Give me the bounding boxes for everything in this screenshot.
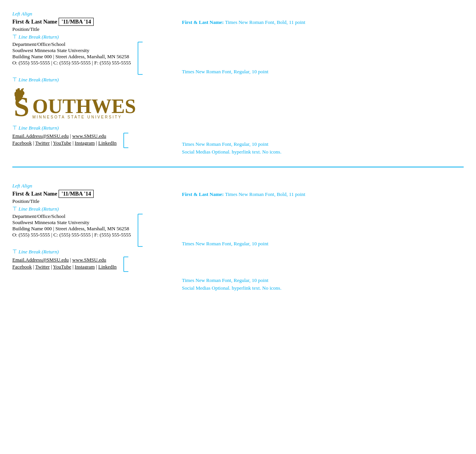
linkedin-link-1[interactable]: LinkedIn <box>98 140 117 146</box>
youtube-link-2[interactable]: YouTube <box>53 264 71 270</box>
facebook-link-2[interactable]: Facebook <box>12 264 32 270</box>
address-lines-1: Department/Office/School Southwest Minne… <box>12 41 131 75</box>
address-lines-2: Department/Office/School Southwest Minne… <box>12 213 131 247</box>
annotation-name-detail-1: Times New Roman Font, Bold, 11 point <box>225 19 306 25</box>
address-line-2-2: Southwest Minnesota State University <box>12 219 131 226</box>
links-bracket-svg-2 <box>123 256 130 272</box>
line-break-3: ⊤ Line Break (Return) <box>12 125 167 131</box>
annotation-address-spacer-1: Times New Roman Font, Regular, 10 point <box>182 68 464 76</box>
links-lines-2: Email.Address@SMSU.edu | www.SMSU.edu Fa… <box>12 256 117 272</box>
annotation-links-line1-2: Times New Roman Font, Regular, 10 point <box>182 277 464 284</box>
section-2: Left Align First & Last Name '11/MBA '14… <box>0 167 476 302</box>
annotation-links-spacer-2: Times New Roman Font, Regular, 10 point … <box>182 277 464 292</box>
youtube-link-1[interactable]: YouTube <box>53 140 71 146</box>
signature-left-2: First & Last Name '11/MBA '14 Position/T… <box>12 190 167 272</box>
address-line-2-1: Department/Office/School <box>12 213 131 219</box>
address-line-2-3: Building Name 000 | Street Address, Mars… <box>12 226 131 232</box>
twitter-link-1[interactable]: Twitter <box>35 140 49 146</box>
links-bracket-1 <box>123 132 130 149</box>
annotation-links-spacer-1: Times New Roman Font, Regular, 10 point … <box>182 140 464 156</box>
annotation-name-detail-2: Times New Roman Font, Bold, 11 point <box>225 191 306 197</box>
name-line-2: First & Last Name '11/MBA '14 <box>12 190 167 198</box>
annotation-name-1: First & Last Name: Times New Roman Font,… <box>182 19 464 25</box>
name-box-2: '11/MBA '14 <box>59 190 94 198</box>
annotation-address-2: Times New Roman Font, Regular, 10 point <box>182 240 464 248</box>
bracket-svg-1 <box>137 41 144 75</box>
signature-right-1: First & Last Name: Times New Roman Font,… <box>167 18 464 156</box>
line-break-5: ⊤ Line Break (Return) <box>12 248 167 255</box>
line-break-icon-1: ⊤ <box>12 34 17 40</box>
email-link-2[interactable]: Email.Address@SMSU.edu <box>12 257 69 263</box>
links-bracket-2 <box>123 256 130 272</box>
links-lines-1: Email.Address@SMSU.edu | www.SMSU.edu Fa… <box>12 132 117 149</box>
line-break-text-1: Line Break (Return) <box>19 34 59 40</box>
line-break-text-4: Line Break (Return) <box>19 206 59 212</box>
svg-text:S: S <box>14 91 29 121</box>
signature-right-2: First & Last Name: Times New Roman Font,… <box>167 190 464 292</box>
address-with-bracket-2: Department/Office/School Southwest Minne… <box>12 213 167 247</box>
instagram-link-2[interactable]: Instagram <box>75 264 95 270</box>
annotation-address-1: Times New Roman Font, Regular, 10 point <box>182 68 464 76</box>
left-align-label-1: Left Align <box>12 11 464 17</box>
svg-text:MINNESOTA STATE UNIVERSITY: MINNESOTA STATE UNIVERSITY <box>32 115 122 119</box>
links-with-bracket-1: Email.Address@SMSU.edu | www.SMSU.edu Fa… <box>12 132 167 149</box>
address-line-2-4: O: (555) 555-5555 | C: (555) 555-5555 | … <box>12 232 131 238</box>
twitter-link-2[interactable]: Twitter <box>35 264 49 270</box>
name-text-2: First & Last Name <box>12 191 57 197</box>
name-box-1: '11/MBA '14 <box>59 18 94 26</box>
signature-left-1: First & Last Name '11/MBA '14 Position/T… <box>12 18 167 149</box>
line-break-1: ⊤ Line Break (Return) <box>12 34 167 40</box>
smsu-logo-1: S OUTHWEST MINNESOTA STATE UNIVERSITY <box>12 87 167 122</box>
annotation-links-line2-2: Social Medias Optional. hyperlink text. … <box>182 284 464 292</box>
address-with-bracket-1: Department/Office/School Southwest Minne… <box>12 41 167 75</box>
line-break-icon-5: ⊤ <box>12 248 17 255</box>
section-1: Left Align First & Last Name '11/MBA '14… <box>0 0 476 167</box>
left-align-label-2: Left Align <box>12 183 464 189</box>
line-break-text-3: Line Break (Return) <box>19 125 59 131</box>
annotation-links-line2-1: Social Medias Optional. hyperlink text. … <box>182 148 464 156</box>
annotation-address-spacer-2: Times New Roman Font, Regular, 10 point <box>182 240 464 248</box>
website-link-2[interactable]: www.SMSU.edu <box>72 257 106 263</box>
signature-layout-1: First & Last Name '11/MBA '14 Position/T… <box>12 18 464 156</box>
line-break-icon-4: ⊤ <box>12 206 17 212</box>
annotation-name-2: First & Last Name: Times New Roman Font,… <box>182 191 464 197</box>
links-bracket-svg-1 <box>123 132 130 149</box>
line-break-icon-3: ⊤ <box>12 125 17 131</box>
logo-svg-1: S OUTHWEST MINNESOTA STATE UNIVERSITY <box>12 87 136 121</box>
website-link-1[interactable]: www.SMSU.edu <box>72 133 106 139</box>
bracket-svg-2 <box>137 213 144 247</box>
address-line-1-4: O: (555) 555-5555 | C: (555) 555-5555 | … <box>12 60 131 66</box>
line-break-2: ⊤ Line Break (Return) <box>12 76 167 83</box>
line-break-4: ⊤ Line Break (Return) <box>12 206 167 212</box>
annotation-links-line1-1: Times New Roman Font, Regular, 10 point <box>182 140 464 148</box>
social-links-line-1: Facebook | Twitter | YouTube | Instagram… <box>12 140 117 146</box>
name-text-1: First & Last Name <box>12 19 57 25</box>
address-bracket-2 <box>137 213 144 247</box>
svg-text:OUTHWEST: OUTHWEST <box>32 95 136 117</box>
address-line-1-1: Department/Office/School <box>12 41 131 47</box>
line-break-icon-2: ⊤ <box>12 76 17 83</box>
links-with-bracket-2: Email.Address@SMSU.edu | www.SMSU.edu Fa… <box>12 256 167 272</box>
email-website-line-2: Email.Address@SMSU.edu | www.SMSU.edu <box>12 257 117 263</box>
position-line-2: Position/Title <box>12 198 167 204</box>
facebook-link-1[interactable]: Facebook <box>12 140 32 146</box>
linkedin-link-2[interactable]: LinkedIn <box>98 264 117 270</box>
line-break-text-2: Line Break (Return) <box>19 77 59 83</box>
email-website-line-1: Email.Address@SMSU.edu | www.SMSU.edu <box>12 133 117 139</box>
address-bracket-1 <box>137 41 144 75</box>
annotation-name-bold-1: First & Last Name: <box>182 19 224 25</box>
signature-layout-2: First & Last Name '11/MBA '14 Position/T… <box>12 190 464 292</box>
email-link-1[interactable]: Email.Address@SMSU.edu <box>12 133 69 139</box>
address-line-1-2: Southwest Minnesota State University <box>12 47 131 54</box>
line-break-text-5: Line Break (Return) <box>19 249 59 255</box>
name-line-1: First & Last Name '11/MBA '14 <box>12 18 167 26</box>
position-line-1: Position/Title <box>12 26 167 32</box>
instagram-link-1[interactable]: Instagram <box>75 140 95 146</box>
social-links-line-2: Facebook | Twitter | YouTube | Instagram… <box>12 264 117 270</box>
annotation-name-bold-2: First & Last Name: <box>182 191 224 197</box>
address-line-1-3: Building Name 000 | Street Address, Mars… <box>12 54 131 60</box>
